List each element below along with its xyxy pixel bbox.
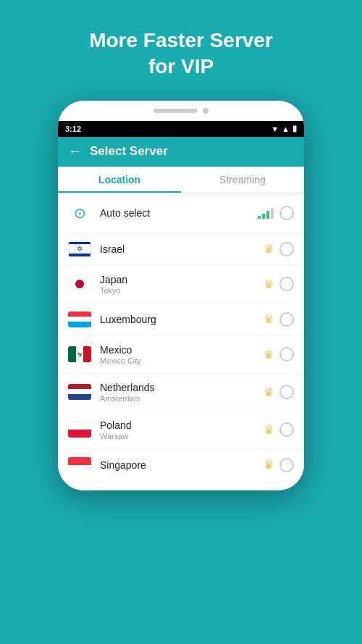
server-city: Amsterdam	[100, 394, 255, 403]
flag-poland	[68, 422, 91, 438]
phone-speaker	[153, 109, 197, 113]
server-name: Singapore	[100, 459, 255, 471]
radio-button[interactable]	[279, 242, 294, 256]
wifi-icon: ▼	[271, 125, 279, 133]
radio-button[interactable]	[279, 385, 294, 399]
phone-top-bar	[58, 101, 304, 121]
list-item[interactable]: Poland Warsaw ♛	[58, 411, 304, 449]
server-name: Auto select	[100, 207, 249, 219]
crown-icon: ♛	[264, 385, 274, 399]
list-item[interactable]: Singapore ♛	[58, 449, 304, 482]
flag-luxembourg	[68, 311, 91, 327]
server-city: Warsaw	[100, 432, 255, 440]
server-info: Auto select	[100, 207, 249, 219]
hero-line1: More Faster Server	[89, 28, 273, 54]
server-info: Poland Warsaw	[100, 419, 255, 440]
crown-icon: ♛	[264, 458, 274, 472]
tab-location[interactable]: Location	[58, 167, 181, 193]
phone-bottom	[58, 482, 304, 490]
location-pin-icon: ⊙	[68, 201, 91, 225]
flag-singapore	[68, 457, 91, 473]
phone-camera	[203, 108, 209, 114]
server-city: Tokyo	[100, 286, 255, 295]
flag-japan	[68, 276, 91, 292]
server-name: Luxembourg	[100, 314, 255, 325]
radio-button[interactable]	[279, 312, 294, 327]
server-actions: ♛	[264, 242, 294, 256]
crown-icon: ♛	[264, 277, 274, 291]
list-item[interactable]: Luxembourg ♛	[58, 304, 304, 336]
server-actions: ♛	[264, 385, 294, 399]
phone-mockup: 3:12 ▼ ▲ ▮ ← Select Server Location Stre…	[58, 101, 304, 490]
server-actions: ♛	[264, 422, 294, 437]
list-item[interactable]: Japan Tokyo ♛	[58, 266, 304, 304]
radio-button[interactable]	[279, 277, 294, 291]
radio-button[interactable]	[279, 458, 294, 472]
signal-bars-icon	[258, 207, 274, 219]
server-actions: ♛	[264, 312, 294, 327]
server-info: Luxembourg	[100, 314, 255, 325]
hero-section: More Faster Server for VIP	[89, 28, 273, 80]
server-info: Japan Tokyo	[100, 274, 255, 295]
hero-line2: for VIP	[89, 54, 273, 80]
server-info: Netherlands Amsterdam	[100, 382, 255, 403]
battery-icon: ▮	[292, 124, 297, 133]
tabs-container: Location Streaming	[58, 167, 304, 193]
flag-mexico: 🦅	[68, 346, 91, 362]
server-name: Netherlands	[100, 382, 255, 393]
server-name: Mexico	[100, 344, 255, 356]
radio-button[interactable]	[279, 347, 294, 361]
app-bar: ← Select Server	[58, 137, 304, 167]
list-item[interactable]: ✡ Israel ♛	[58, 233, 304, 266]
signal-icon: ▲	[282, 125, 290, 133]
server-actions: ♛	[264, 458, 294, 472]
crown-icon: ♛	[264, 348, 274, 361]
server-actions: ♛	[264, 347, 294, 361]
status-bar: 3:12 ▼ ▲ ▮	[58, 121, 304, 137]
flag-israel: ✡	[68, 241, 91, 257]
status-time: 3:12	[65, 125, 81, 133]
back-button[interactable]: ←	[68, 144, 81, 159]
flag-netherlands	[68, 384, 91, 400]
list-item[interactable]: Netherlands Amsterdam ♛	[58, 374, 304, 411]
server-info: Israel	[100, 243, 255, 255]
server-name: Poland	[100, 419, 255, 431]
server-list: ⊙ Auto select ✡	[58, 193, 304, 482]
list-item[interactable]: 🦅 Mexico Mexico City ♛	[58, 336, 304, 374]
status-icons: ▼ ▲ ▮	[271, 124, 297, 133]
server-name: Japan	[100, 274, 255, 285]
radio-button[interactable]	[279, 206, 294, 220]
server-actions	[258, 206, 294, 220]
app-bar-title: Select Server	[90, 144, 168, 159]
crown-icon: ♛	[264, 312, 274, 326]
tab-streaming[interactable]: Streaming	[181, 167, 304, 193]
server-city: Mexico City	[100, 356, 255, 365]
server-actions: ♛	[264, 277, 294, 291]
crown-icon: ♛	[264, 242, 274, 256]
server-name: Israel	[100, 243, 255, 255]
crown-icon: ♛	[264, 423, 274, 437]
server-info: Mexico Mexico City	[100, 344, 255, 365]
server-info: Singapore	[100, 459, 255, 471]
radio-button[interactable]	[279, 422, 294, 437]
list-item[interactable]: ⊙ Auto select	[58, 193, 304, 233]
